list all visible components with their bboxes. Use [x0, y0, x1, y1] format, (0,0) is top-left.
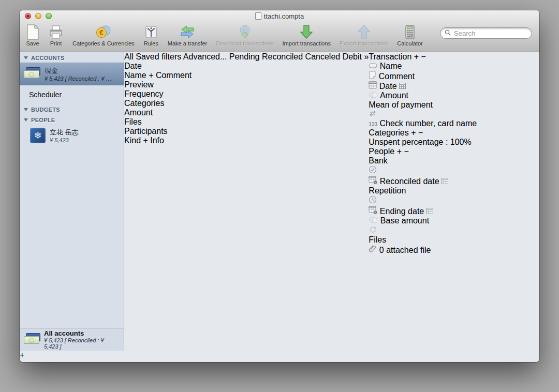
window-title: ttachi.compta — [264, 12, 304, 20]
add-account-button[interactable]: + — [20, 351, 539, 360]
column-header-frequency[interactable]: Frequency — [124, 89, 190, 99]
date-field[interactable]: Date — [379, 82, 406, 91]
search-field[interactable] — [440, 27, 532, 39]
calendar-end-icon — [369, 207, 377, 216]
remove-person-button[interactable]: − — [404, 147, 408, 156]
remove-button[interactable]: − — [421, 52, 426, 61]
section-header-mean-of-payment[interactable]: Mean of payment — [369, 100, 477, 110]
column-header-kind-info[interactable]: Kind + Info — [124, 136, 369, 145]
section-header-bank[interactable]: Bank — [369, 156, 477, 165]
close-button[interactable] — [25, 13, 31, 19]
number-123-icon: 123 — [369, 119, 377, 128]
base-amount-field[interactable]: Base amount — [380, 216, 429, 225]
ending-date-field[interactable]: Ending date — [380, 207, 433, 216]
money-account-icon — [24, 67, 40, 81]
section-header-categories[interactable]: Categories + − — [369, 128, 477, 138]
amount-field[interactable]: Amount — [380, 91, 408, 100]
field-row-repeat-mode — [369, 225, 477, 235]
desktop: ttachi.compta Save Print — [0, 0, 559, 392]
remove-category-button[interactable]: − — [418, 128, 423, 137]
rules-button[interactable]: Rules — [143, 23, 159, 47]
column-header-participants[interactable]: Participants — [124, 127, 212, 136]
filter-saved-filters-button[interactable]: Saved filters — [136, 52, 183, 61]
column-header-preview[interactable]: Preview — [124, 80, 369, 89]
filter-overflow-button[interactable]: » — [364, 52, 369, 61]
section-header-files[interactable]: Files — [369, 235, 477, 245]
sidebar-section-accounts[interactable]: ACCOUNTS — [20, 52, 124, 63]
sidebar-section-people[interactable]: PEOPLE — [20, 114, 124, 125]
comment-field[interactable]: Comment — [379, 72, 415, 81]
field-row-date: Date — [369, 81, 477, 91]
add-category-button[interactable]: + — [411, 128, 416, 137]
calendar-dropdown-button[interactable] — [442, 177, 448, 186]
field-row-attached-files: 0 attached file — [369, 245, 477, 255]
transfer-arrows-icon — [179, 23, 196, 40]
field-row-amount: Amount — [369, 91, 477, 100]
calculator-button[interactable]: Calculator — [397, 23, 423, 47]
filter-advanced-button[interactable]: Advanced... — [183, 52, 227, 61]
minimize-button[interactable] — [35, 13, 41, 19]
repeat-icon — [369, 226, 377, 235]
person-name: 立花 岳志 — [50, 128, 79, 137]
add-person-button[interactable]: + — [397, 147, 402, 156]
disclosure-triangle-icon — [24, 118, 28, 122]
import-arrow-icon — [299, 23, 314, 40]
calendar-check-icon — [369, 177, 377, 186]
titlebar[interactable]: ttachi.compta — [20, 10, 539, 22]
search-input[interactable] — [453, 29, 539, 38]
sidebar-item-cash-account[interactable]: 現金 ¥ 5,423 [ Reconciled : ¥ 5,… — [20, 63, 124, 85]
calendar-dropdown-button[interactable] — [426, 207, 433, 216]
field-row-comment: Comment — [369, 71, 477, 81]
check-number-field[interactable]: Check number, card name — [380, 119, 477, 128]
print-icon — [48, 23, 64, 40]
person-balance: ¥ 5,423 — [50, 137, 79, 143]
zoom-button[interactable] — [46, 13, 52, 19]
filter-canceled-button[interactable]: Canceled — [305, 52, 341, 61]
sidebar-item-person[interactable]: ❄ 立花 岳志 ¥ 5,423 — [20, 125, 124, 146]
account-name: 現金 — [45, 66, 113, 76]
filter-pending-button[interactable]: Pending — [229, 52, 260, 61]
column-header-categories[interactable]: Categories — [124, 99, 212, 108]
column-header-name-comment[interactable]: Name + Comment — [124, 71, 248, 80]
main-content: ACCOUNTS 現金 ¥ 5,423 [ Reconciled : ¥ 5,…… — [20, 52, 539, 351]
add-button[interactable]: + — [414, 52, 419, 61]
filter-debit-button[interactable]: Debit — [343, 52, 362, 61]
section-header-repetition[interactable]: Repetition — [369, 186, 477, 195]
reconciled-date-field[interactable]: Reconciled date — [380, 177, 448, 186]
import-transactions-button[interactable]: Import transactions — [283, 23, 331, 47]
sidebar-section-budgets[interactable]: BUDGETS — [20, 104, 124, 114]
column-header-files[interactable]: Files — [124, 117, 190, 127]
save-button[interactable]: Save — [26, 23, 39, 47]
name-field[interactable]: Name — [380, 62, 402, 70]
filter-reconciled-button[interactable]: Reconciled — [262, 52, 303, 61]
table-header: Date Name + Comment Preview Frequency Ca… — [124, 62, 369, 145]
all-accounts-summary[interactable]: All accounts ¥ 5,423 [ Reconciled : ¥ 5,… — [20, 328, 124, 351]
field-row-payment-mean — [369, 110, 477, 119]
paperclip-icon — [369, 246, 377, 254]
section-header-people[interactable]: People + − — [369, 147, 477, 156]
attached-files-dropdown[interactable]: 0 attached file — [379, 246, 431, 254]
download-globe-icon — [237, 23, 253, 40]
filter-all-button[interactable]: All — [124, 52, 134, 61]
check-circle-icon — [369, 167, 377, 175]
coins-icon — [369, 216, 378, 225]
download-transactions-button[interactable]: Download transactions — [216, 23, 273, 47]
section-header-transaction[interactable]: Transaction + − — [369, 52, 477, 62]
column-header-amount[interactable]: Amount — [124, 108, 369, 117]
calculator-icon — [404, 23, 416, 40]
money-account-icon — [24, 333, 40, 346]
field-row-check-number: 123 Check number, card name — [369, 119, 477, 128]
make-transfer-button[interactable]: Make a transfer — [168, 23, 207, 47]
payment-arrows-icon — [369, 110, 377, 118]
column-header-date[interactable]: Date — [124, 62, 171, 71]
all-accounts-title: All accounts — [44, 329, 120, 337]
remove-account-button[interactable]: − — [20, 360, 539, 362]
categories-currencies-button[interactable]: € Categories & Currencies — [72, 23, 135, 47]
export-transactions-button[interactable]: Export transactions — [340, 23, 388, 47]
sidebar-item-scheduler[interactable]: Scheduler — [20, 85, 124, 104]
transactions-area: All Saved filters Advanced... Pending Re… — [124, 52, 369, 351]
person-avatar: ❄ — [30, 128, 46, 143]
field-row-base-amount: Base amount — [369, 216, 477, 225]
calendar-dropdown-button[interactable] — [399, 82, 406, 91]
print-button[interactable]: Print — [48, 23, 64, 47]
